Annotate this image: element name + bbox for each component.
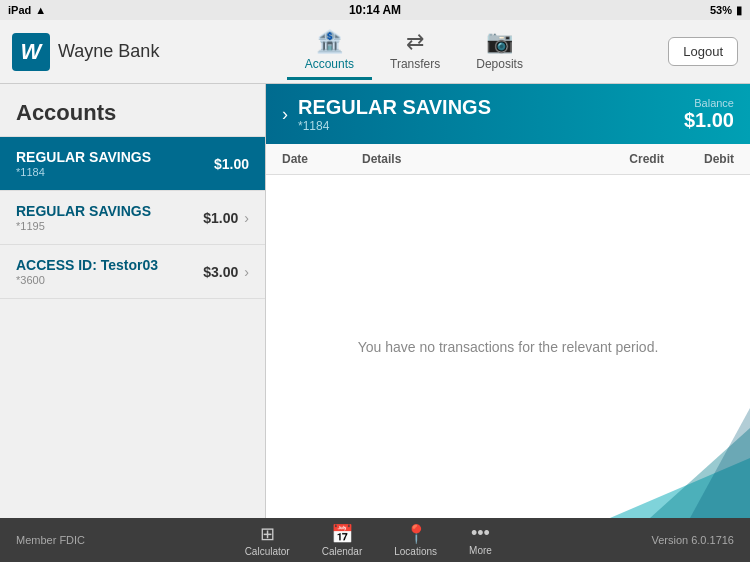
deposits-tab-icon: 📷 bbox=[486, 29, 513, 55]
detail-header: › REGULAR SAVINGS *1184 Balance $1.00 bbox=[266, 84, 750, 144]
detail-header-left: › REGULAR SAVINGS *1184 bbox=[282, 96, 491, 133]
account-balance-3: $3.00 bbox=[203, 264, 238, 280]
chevron-icon-3: › bbox=[244, 264, 249, 280]
account-right-1: $1.00 bbox=[214, 156, 249, 172]
sidebar-title: Accounts bbox=[0, 84, 265, 137]
bank-logo: W Wayne Bank bbox=[12, 33, 159, 71]
bottom-tab-calculator[interactable]: ⊞ Calculator bbox=[229, 521, 306, 559]
account-balance-1: $1.00 bbox=[214, 156, 249, 172]
battery-icon: ▮ bbox=[736, 4, 742, 17]
detail-balance-label: Balance bbox=[684, 97, 734, 109]
detail-panel: › REGULAR SAVINGS *1184 Balance $1.00 Da… bbox=[266, 84, 750, 518]
detail-balance-amount: $1.00 bbox=[684, 109, 734, 132]
accounts-tab-label: Accounts bbox=[305, 57, 354, 71]
account-left-3: ACCESS ID: Testor03 *3600 bbox=[16, 257, 158, 286]
more-icon: ••• bbox=[471, 523, 490, 544]
account-item-2[interactable]: REGULAR SAVINGS *1195 $1.00 › bbox=[0, 191, 265, 245]
detail-title-block: REGULAR SAVINGS *1184 bbox=[298, 96, 491, 133]
tab-deposits[interactable]: 📷 Deposits bbox=[458, 23, 541, 80]
status-left: iPad ▲ bbox=[8, 4, 46, 16]
tab-accounts[interactable]: 🏦 Accounts bbox=[287, 23, 372, 80]
sidebar: Accounts REGULAR SAVINGS *1184 $1.00 REG… bbox=[0, 84, 266, 518]
wifi-icon: ▲ bbox=[35, 4, 46, 16]
account-item-3[interactable]: ACCESS ID: Testor03 *3600 $3.00 › bbox=[0, 245, 265, 299]
account-left-2: REGULAR SAVINGS *1195 bbox=[16, 203, 151, 232]
calculator-label: Calculator bbox=[245, 546, 290, 557]
bank-logo-icon: W bbox=[12, 33, 50, 71]
calendar-label: Calendar bbox=[322, 546, 363, 557]
transfers-tab-label: Transfers bbox=[390, 57, 440, 71]
version-label: Version 6.0.1716 bbox=[651, 534, 734, 546]
locations-icon: 📍 bbox=[405, 523, 427, 545]
bottom-tabs: ⊞ Calculator 📅 Calendar 📍 Locations ••• … bbox=[229, 521, 508, 559]
top-nav: W Wayne Bank 🏦 Accounts ⇄ Transfers 📷 De… bbox=[0, 20, 750, 84]
col-debit-header: Debit bbox=[664, 152, 734, 166]
account-name-1: REGULAR SAVINGS bbox=[16, 149, 151, 165]
tab-transfers[interactable]: ⇄ Transfers bbox=[372, 23, 458, 80]
detail-account-num: *1184 bbox=[298, 119, 491, 133]
more-label: More bbox=[469, 545, 492, 556]
account-name-2: REGULAR SAVINGS bbox=[16, 203, 151, 219]
col-credit-header: Credit bbox=[584, 152, 664, 166]
status-time: 10:14 AM bbox=[349, 3, 401, 17]
ipad-label: iPad bbox=[8, 4, 31, 16]
col-date-header: Date bbox=[282, 152, 362, 166]
bottom-tab-locations[interactable]: 📍 Locations bbox=[378, 521, 453, 559]
account-right-3: $3.00 › bbox=[203, 264, 249, 280]
transfers-tab-icon: ⇄ bbox=[406, 29, 424, 55]
calculator-icon: ⊞ bbox=[260, 523, 275, 545]
detail-chevron-icon[interactable]: › bbox=[282, 104, 288, 125]
deposits-tab-label: Deposits bbox=[476, 57, 523, 71]
account-num-3: *3600 bbox=[16, 274, 158, 286]
account-name-3: ACCESS ID: Testor03 bbox=[16, 257, 158, 273]
account-balance-2: $1.00 bbox=[203, 210, 238, 226]
account-right-2: $1.00 › bbox=[203, 210, 249, 226]
status-bar: iPad ▲ 10:14 AM 53% ▮ bbox=[0, 0, 750, 20]
battery-label: 53% bbox=[710, 4, 732, 16]
col-details-header: Details bbox=[362, 152, 584, 166]
account-num-2: *1195 bbox=[16, 220, 151, 232]
account-item-1[interactable]: REGULAR SAVINGS *1184 $1.00 bbox=[0, 137, 265, 191]
locations-label: Locations bbox=[394, 546, 437, 557]
main-content: Accounts REGULAR SAVINGS *1184 $1.00 REG… bbox=[0, 84, 750, 518]
nav-tabs: 🏦 Accounts ⇄ Transfers 📷 Deposits bbox=[287, 23, 541, 80]
logout-button[interactable]: Logout bbox=[668, 37, 738, 66]
member-fdic-label: Member FDIC bbox=[16, 534, 85, 546]
status-right: 53% ▮ bbox=[710, 4, 742, 17]
bank-name: Wayne Bank bbox=[58, 41, 159, 62]
detail-account-name: REGULAR SAVINGS bbox=[298, 96, 491, 119]
table-header: Date Details Credit Debit bbox=[266, 144, 750, 175]
detail-body: You have no transactions for the relevan… bbox=[266, 175, 750, 518]
bottom-tab-calendar[interactable]: 📅 Calendar bbox=[306, 521, 379, 559]
accounts-tab-icon: 🏦 bbox=[316, 29, 343, 55]
detail-balance-block: Balance $1.00 bbox=[684, 97, 734, 132]
chevron-icon-2: › bbox=[244, 210, 249, 226]
no-transactions-message: You have no transactions for the relevan… bbox=[266, 175, 750, 518]
bottom-bar: Member FDIC ⊞ Calculator 📅 Calendar 📍 Lo… bbox=[0, 518, 750, 562]
calendar-icon: 📅 bbox=[331, 523, 353, 545]
bottom-tab-more[interactable]: ••• More bbox=[453, 521, 508, 559]
account-num-1: *1184 bbox=[16, 166, 151, 178]
account-left-1: REGULAR SAVINGS *1184 bbox=[16, 149, 151, 178]
